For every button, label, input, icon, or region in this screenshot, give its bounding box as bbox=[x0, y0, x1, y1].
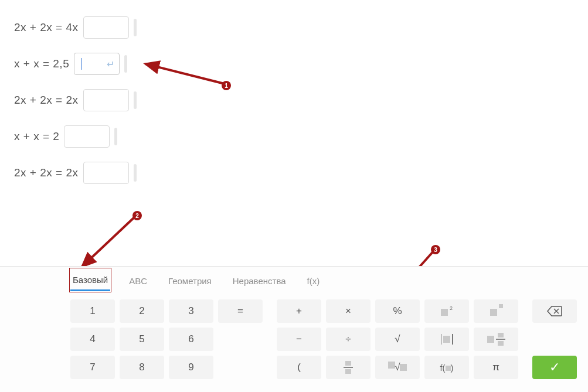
key-mixed-fraction[interactable] bbox=[474, 328, 518, 351]
equation-row: 2x + 2x = 4x bbox=[14, 16, 588, 39]
key-fx[interactable]: f() bbox=[424, 356, 469, 379]
equation-text: 2x + 2x = 2x bbox=[14, 94, 79, 107]
key-block-digits: 1 2 3 = 4 5 6 7 8 9 bbox=[70, 299, 263, 379]
key-abs[interactable] bbox=[424, 328, 469, 351]
keyboard-panel: Базовый ABC Геометрия Неравенства f(x) 1… bbox=[0, 266, 588, 392]
key-nth-root[interactable]: √ bbox=[375, 356, 420, 379]
answer-input[interactable] bbox=[83, 16, 129, 39]
key-8[interactable]: 8 bbox=[120, 356, 164, 379]
drag-handle[interactable] bbox=[124, 55, 127, 73]
equation-row: x + x = 2,5 ↵ bbox=[14, 53, 588, 75]
key-divide[interactable]: ÷ bbox=[326, 328, 371, 351]
equation-text: 2x + 2x = 2x bbox=[14, 166, 79, 179]
equation-row: 2x + 2x = 2x bbox=[14, 89, 588, 111]
key-backspace[interactable] bbox=[532, 299, 577, 323]
key-pi[interactable]: π bbox=[474, 356, 518, 379]
key-9[interactable]: 9 bbox=[169, 356, 213, 379]
key-plus[interactable]: + bbox=[277, 299, 321, 323]
answer-input[interactable] bbox=[83, 162, 129, 184]
key-power-n[interactable] bbox=[474, 299, 518, 323]
key-minus[interactable]: − bbox=[277, 328, 321, 351]
key-block-actions: ✓ bbox=[532, 299, 577, 379]
tab-geometry[interactable]: Геометрия bbox=[166, 270, 214, 291]
drag-handle[interactable] bbox=[134, 91, 137, 109]
keyboard-tabs: Базовый ABC Геометрия Неравенства f(x) bbox=[0, 267, 588, 294]
equation-row: 2x + 2x = 2x bbox=[14, 162, 588, 184]
key-equals[interactable]: = bbox=[218, 299, 263, 323]
equation-list: 2x + 2x = 4x x + x = 2,5 ↵ 2x + 2x = 2x … bbox=[0, 0, 588, 184]
equation-text: 2x + 2x = 4x bbox=[14, 21, 79, 34]
key-6[interactable]: 6 bbox=[169, 328, 213, 351]
tab-basic[interactable]: Базовый bbox=[70, 269, 110, 291]
key-1[interactable]: 1 bbox=[70, 299, 115, 323]
answer-input[interactable]: ↵ bbox=[74, 53, 120, 75]
key-lparen[interactable]: ( bbox=[277, 356, 321, 379]
svg-line-1 bbox=[82, 217, 135, 267]
key-submit[interactable]: ✓ bbox=[532, 356, 577, 379]
key-times[interactable]: × bbox=[326, 299, 371, 323]
key-sqrt[interactable]: √ bbox=[375, 328, 420, 351]
equation-text: x + x = 2 bbox=[14, 130, 59, 143]
answer-input[interactable] bbox=[83, 89, 129, 111]
equation-row: x + x = 2 bbox=[14, 125, 588, 148]
equation-text: x + x = 2,5 bbox=[14, 57, 69, 70]
key-block-ops: + × % 2 − ÷ √ ( bbox=[277, 299, 518, 379]
backspace-icon bbox=[547, 306, 562, 316]
tab-inequality[interactable]: Неравенства bbox=[230, 270, 288, 291]
key-fraction[interactable] bbox=[326, 356, 371, 379]
tab-fx[interactable]: f(x) bbox=[305, 270, 322, 291]
key-power2[interactable]: 2 bbox=[424, 299, 469, 323]
key-2[interactable]: 2 bbox=[120, 299, 164, 323]
key-7[interactable]: 7 bbox=[70, 356, 115, 379]
answer-input[interactable] bbox=[64, 125, 110, 148]
enter-icon[interactable]: ↵ bbox=[107, 59, 114, 70]
annotation-badge: 2 bbox=[132, 211, 142, 220]
drag-handle[interactable] bbox=[114, 128, 117, 145]
text-cursor bbox=[81, 58, 82, 70]
check-icon: ✓ bbox=[549, 360, 560, 375]
drag-handle[interactable] bbox=[134, 164, 137, 182]
key-4[interactable]: 4 bbox=[70, 328, 115, 351]
annotation-badge: 3 bbox=[431, 245, 440, 254]
keyboard-grid: 1 2 3 = 4 5 6 7 8 9 + × % 2 − ÷ √ bbox=[0, 294, 588, 392]
key-3[interactable]: 3 bbox=[169, 299, 213, 323]
drag-handle[interactable] bbox=[134, 19, 137, 36]
key-percent[interactable]: % bbox=[375, 299, 420, 323]
tab-abc[interactable]: ABC bbox=[127, 270, 149, 291]
key-5[interactable]: 5 bbox=[120, 328, 164, 351]
